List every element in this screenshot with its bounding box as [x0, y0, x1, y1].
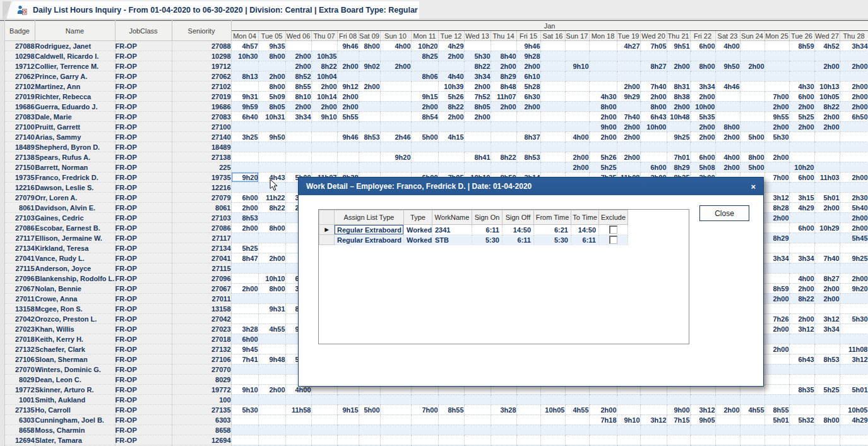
hours-cell[interactable]	[231, 152, 258, 162]
hours-cell[interactable]: 2h00	[617, 152, 640, 162]
name-cell[interactable]: Khan, Willis	[35, 324, 115, 334]
hours-cell[interactable]	[840, 142, 868, 152]
hours-cell[interactable]	[640, 152, 667, 162]
hours-cell[interactable]	[589, 61, 617, 71]
name-cell[interactable]: Pruitt, Garrett	[35, 122, 115, 132]
hours-cell[interactable]	[285, 152, 311, 162]
hours-cell[interactable]	[258, 142, 285, 152]
hours-cell[interactable]	[231, 375, 258, 385]
hours-cell[interactable]: 2h00	[490, 102, 516, 112]
hours-cell[interactable]	[840, 334, 868, 344]
hours-cell[interactable]: 5h01	[840, 385, 868, 395]
hours-cell[interactable]: 7h40	[640, 81, 667, 92]
hours-cell[interactable]	[740, 122, 764, 132]
jobclass-cell[interactable]: FR-OP	[115, 122, 172, 132]
hours-cell[interactable]: 2h00	[617, 81, 640, 92]
hours-cell[interactable]	[565, 112, 589, 122]
hours-cell[interactable]	[589, 395, 617, 405]
badge-cell[interactable]: 27106	[4, 354, 35, 365]
badge-cell[interactable]: 13158	[4, 304, 35, 314]
hours-cell[interactable]: 2h00	[814, 294, 840, 304]
hours-cell[interactable]	[380, 162, 411, 172]
jobclass-cell[interactable]: FR-OP	[115, 41, 172, 51]
hours-cell[interactable]	[640, 435, 667, 445]
hours-cell[interactable]: 2h00	[764, 324, 789, 334]
hours-cell[interactable]: 10h39	[438, 81, 464, 92]
hours-cell[interactable]: 9h48	[258, 354, 285, 365]
hours-cell[interactable]: 9h05	[690, 415, 715, 425]
hours-cell[interactable]	[840, 243, 868, 253]
hours-cell[interactable]: 2h00	[258, 71, 285, 81]
hours-cell[interactable]: 4h55	[258, 324, 285, 334]
hours-cell[interactable]	[617, 61, 640, 71]
hours-cell[interactable]: 8h53	[231, 213, 258, 223]
hours-cell[interactable]: 2h00	[715, 405, 740, 415]
hours-cell[interactable]	[464, 142, 490, 152]
badge-cell[interactable]: 8061	[4, 203, 35, 213]
hours-cell[interactable]: 8h53	[516, 152, 540, 162]
jobclass-cell[interactable]: FR-OP	[115, 365, 172, 375]
hours-cell[interactable]	[411, 415, 438, 425]
hours-cell[interactable]	[359, 152, 380, 162]
hours-cell[interactable]: 5h30	[840, 314, 868, 324]
hours-cell[interactable]	[764, 354, 789, 365]
hours-cell[interactable]: 4h55	[565, 405, 589, 415]
hours-cell[interactable]	[764, 223, 789, 233]
hours-cell[interactable]: 6h00	[231, 193, 258, 203]
hours-cell[interactable]: 8h22	[258, 203, 285, 213]
hours-cell[interactable]: 8h00	[258, 51, 285, 61]
hours-cell[interactable]: 8h59	[764, 284, 789, 294]
hours-cell[interactable]	[814, 395, 840, 405]
badge-cell[interactable]: 27102	[4, 81, 35, 92]
hours-cell[interactable]: 4h00	[715, 41, 740, 51]
name-cell[interactable]: Dean, Leon C.	[35, 375, 115, 385]
hours-cell[interactable]	[565, 395, 589, 405]
hours-cell[interactable]	[258, 243, 285, 253]
hours-cell[interactable]	[715, 92, 740, 102]
hours-cell[interactable]	[231, 304, 258, 314]
seniority-cell[interactable]: 225	[172, 162, 231, 172]
hours-cell[interactable]: 2h00	[814, 61, 840, 71]
hours-cell[interactable]	[464, 405, 490, 415]
hours-cell[interactable]	[690, 51, 715, 61]
hours-cell[interactable]: 9h29	[617, 92, 640, 102]
jobclass-cell[interactable]: FR-OP	[115, 253, 172, 263]
hours-cell[interactable]	[540, 102, 565, 112]
hours-cell[interactable]: 8h28	[764, 203, 789, 213]
hours-cell[interactable]: 10h20	[789, 162, 814, 172]
hours-cell[interactable]: 8h00	[258, 81, 285, 92]
hours-cell[interactable]	[258, 152, 285, 162]
seniority-cell[interactable]: 27088	[172, 41, 231, 51]
hours-cell[interactable]: 5h26	[438, 92, 464, 102]
hours-cell[interactable]	[540, 71, 565, 81]
hours-cell[interactable]	[258, 405, 285, 415]
hours-cell[interactable]	[764, 51, 789, 61]
hours-cell[interactable]	[411, 425, 438, 435]
hours-cell[interactable]	[337, 152, 359, 162]
name-cell[interactable]: Kirkland, Teresa	[35, 243, 115, 253]
hours-cell[interactable]: 8h40	[490, 51, 516, 61]
name-cell[interactable]: Gaines, Cedric	[35, 213, 115, 223]
hours-cell[interactable]	[411, 61, 438, 71]
hours-cell[interactable]	[490, 425, 516, 435]
hours-cell[interactable]: 8h00	[814, 415, 840, 425]
hours-cell[interactable]	[311, 41, 337, 51]
hours-cell[interactable]	[258, 213, 285, 223]
hours-cell[interactable]	[464, 435, 490, 445]
hours-cell[interactable]	[789, 395, 814, 405]
jobclass-cell[interactable]: FR-OP	[115, 344, 172, 354]
hours-cell[interactable]: 11h22	[258, 193, 285, 203]
hours-cell[interactable]	[740, 71, 764, 81]
seniority-cell[interactable]: 27106	[172, 354, 231, 365]
badge-cell[interactable]: 8029	[4, 375, 35, 385]
hours-cell[interactable]: 2h00	[690, 92, 715, 102]
hours-cell[interactable]: 2h00	[840, 274, 868, 284]
hours-cell[interactable]: 3h34	[690, 81, 715, 92]
hours-cell[interactable]: 6h00	[690, 41, 715, 51]
hours-cell[interactable]	[840, 365, 868, 375]
hours-cell[interactable]	[311, 425, 337, 435]
name-cell[interactable]: Barrett, Norman	[35, 162, 115, 172]
seniority-cell[interactable]: 27115	[172, 263, 231, 274]
hours-cell[interactable]	[464, 132, 490, 142]
badge-cell[interactable]: 27096	[4, 274, 35, 284]
